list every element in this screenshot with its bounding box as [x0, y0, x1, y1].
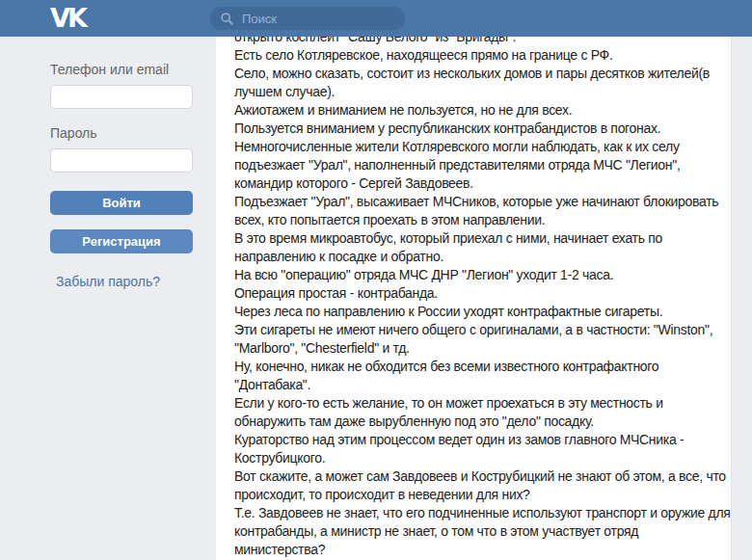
post-line: На всю "операцию" отряда МЧС ДНР "Легион… — [234, 266, 726, 284]
post-line: Ну, конечно, никак не обходится без всем… — [234, 358, 726, 376]
post-line: Кострубицкого. — [234, 449, 726, 467]
post-line: Подъезжает "Урал", высаживает МЧСников, … — [234, 193, 726, 211]
post-line: министерства? — [234, 541, 726, 559]
post-line: Через леса по направлению к России уходя… — [234, 303, 726, 321]
search-box[interactable] — [210, 7, 405, 30]
post-line: Немногочисленные жители Котляревского мо… — [234, 138, 726, 156]
post-line: Если у кого-то есть желание, то он может… — [234, 394, 726, 413]
post-content-column: открыто косплеит "Сашу Белого" из "Брига… — [216, 0, 731, 560]
post-line: лучшем случае). — [234, 83, 726, 101]
post-text: открыто косплеит "Сашу Белого" из "Брига… — [234, 28, 726, 559]
page-background-strip — [731, 37, 752, 560]
post-line: командир которого - Сергей Завдовеев. — [234, 174, 726, 193]
vk-logo[interactable]: VK — [42, 4, 93, 33]
post-line: подъезжает "Урал", наполненный представи… — [234, 156, 726, 174]
post-line: Операция простая - контрабанда. — [234, 284, 726, 303]
post-line: В это время микроавтобус, который приеха… — [234, 229, 726, 248]
email-field[interactable] — [50, 85, 193, 109]
register-button[interactable]: Регистрация — [50, 229, 193, 253]
login-button[interactable]: Войти — [50, 191, 193, 215]
search-input[interactable] — [240, 11, 414, 27]
top-navigation-bar: VK — [0, 0, 752, 37]
forgot-password-link[interactable]: Забыли пароль? — [0, 274, 216, 289]
post-line: всех, кто попытается проехать в этом нап… — [234, 211, 726, 229]
post-line: Пользуется вниманием у республиканских к… — [234, 120, 726, 138]
post-line: происходит, то происходит в неведении дл… — [234, 486, 726, 504]
post-line: обнаружить там даже вырубленную под это … — [234, 413, 726, 431]
search-icon — [221, 13, 233, 25]
post-line: "Marlboro", "Chesterfield" и тд. — [234, 339, 726, 358]
post-line: контрабанды, а министр не знает, о том ч… — [234, 522, 726, 541]
post-line: Т.е. Завдовеев не знает, что его подчине… — [234, 504, 726, 522]
post-line: Кураторство над этим процессом ведет оди… — [234, 431, 726, 449]
login-sidebar: Телефон или email Пароль Войти Регистрац… — [0, 37, 216, 560]
post-line: Ажиотажем и вниманием не пользуется, но … — [234, 101, 726, 120]
password-field[interactable] — [50, 148, 193, 173]
email-field-label: Телефон или email — [50, 62, 169, 77]
post-line: "Донтабака". — [234, 376, 726, 394]
post-line: Эти сигареты не имеют ничего общего с ор… — [234, 321, 726, 339]
post-line: Есть село Котляревское, находящееся прям… — [234, 46, 726, 65]
password-field-label: Пароль — [50, 125, 97, 141]
post-line: направлению к посадке и обратно. — [234, 248, 726, 266]
post-line: Вот скажите, а может сам Завдовеев и Кос… — [234, 467, 726, 486]
post-line: Село, можно сказать, состоит из нескольк… — [234, 65, 726, 83]
